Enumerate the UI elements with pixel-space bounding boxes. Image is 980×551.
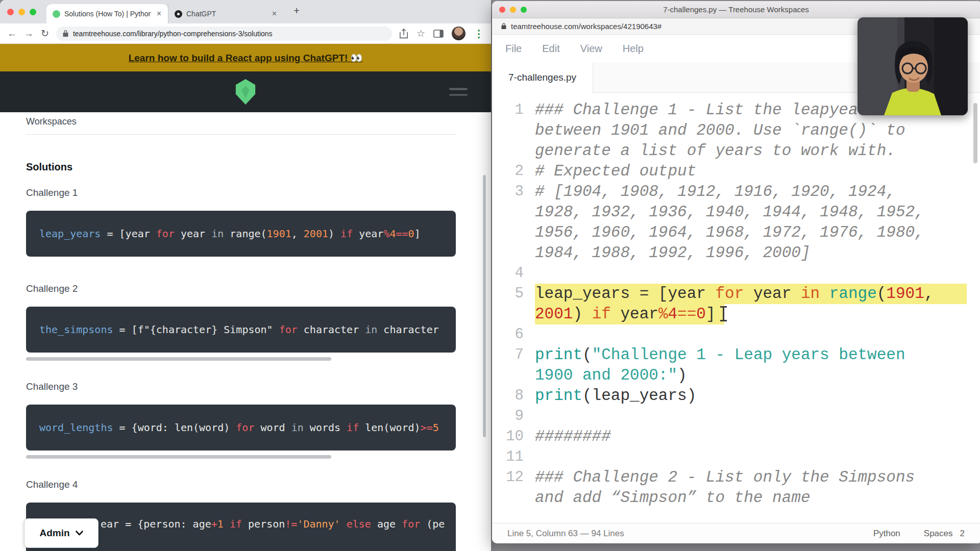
horizontal-scrollbar-thumb[interactable]	[26, 357, 331, 361]
code-editor[interactable]: 1### Challenge 1 - List the leapyearsbet…	[492, 93, 980, 523]
side-panel-icon[interactable]	[433, 30, 444, 38]
editor-row: 7print("Challenge 1 - Leap years between	[492, 345, 980, 365]
challenge-3-label: Challenge 3	[26, 381, 491, 392]
line-number	[492, 202, 524, 222]
text-cursor-icon	[723, 306, 724, 321]
new-tab-button[interactable]: +	[289, 5, 304, 19]
promo-banner-link[interactable]: Learn how to build a React app using Cha…	[129, 52, 363, 64]
line-number: 10	[492, 427, 524, 447]
status-right: Python Spaces 2	[873, 529, 965, 539]
vertical-scrollbar-thumb[interactable]	[483, 175, 486, 437]
file-tab-label: 7-challenges.py	[508, 72, 576, 83]
line-number: 6	[492, 324, 524, 345]
editor-row: 1928, 1932, 1936, 1940, 1944, 1948, 1952…	[492, 202, 980, 222]
page-title: Solutions	[26, 161, 491, 173]
treehouse-logo-icon[interactable]	[234, 79, 257, 105]
editor-row: 1984, 1988, 1992, 1996, 2000]	[492, 243, 980, 263]
reload-icon[interactable]: ↻	[41, 28, 49, 39]
vertical-scrollbar-thumb[interactable]	[973, 103, 977, 163]
line-number	[492, 120, 524, 141]
editor-row: 5leap_years = [year for year in range(19…	[492, 284, 980, 304]
code-line-text	[535, 447, 980, 467]
editor-row: generate a list of years to work with.	[492, 141, 980, 161]
hamburger-menu-icon[interactable]	[449, 84, 468, 100]
menu-view[interactable]: View	[580, 43, 602, 55]
url-text: teamtreehouse.com/library/python-compreh…	[73, 30, 273, 38]
lock-icon	[501, 23, 506, 30]
code-line-text: print("Challenge 1 - Leap years between	[535, 345, 980, 365]
line-number: 1	[492, 100, 524, 120]
chatgpt-favicon-icon	[175, 10, 182, 18]
browser-tab-solutions[interactable]: Solutions (How To) | Python Co ×	[46, 4, 168, 23]
line-number	[492, 243, 524, 263]
editor-row: 10########	[492, 427, 980, 447]
address-bar[interactable]: teamtreehouse.com/library/python-compreh…	[56, 27, 392, 41]
bookmark-star-icon[interactable]: ☆	[416, 28, 425, 39]
editor-lines: 1### Challenge 1 - List the leapyearsbet…	[492, 100, 980, 508]
menu-edit[interactable]: Edit	[542, 43, 559, 55]
code-line-text: and add “Simpson” to the name	[535, 488, 980, 508]
editor-row: 2001) if year%4==0]	[492, 304, 980, 324]
close-tab-icon[interactable]: ×	[271, 9, 278, 18]
editor-row: 1900 and 2000:")	[492, 365, 980, 386]
editor-row: 1956, 1960, 1964, 1968, 1972, 1976, 1980…	[492, 222, 980, 243]
workspaces-label: Workspaces	[26, 116, 491, 127]
close-window-button[interactable]	[7, 9, 14, 15]
browser-menu-icon[interactable]: ⋮	[474, 28, 484, 40]
code-line-text: 2001) if year%4==0]	[535, 304, 724, 324]
code-line-text	[535, 406, 980, 427]
line-number: 8	[492, 386, 524, 406]
editor-row: and add “Simpson” to the name	[492, 488, 980, 508]
file-tab[interactable]: 7-challenges.py	[492, 62, 593, 93]
line-number	[492, 304, 524, 324]
share-icon[interactable]	[399, 29, 408, 39]
line-number: 12	[492, 467, 524, 488]
code-line-text: 1956, 1960, 1964, 1968, 1972, 1976, 1980…	[535, 222, 980, 243]
minimize-window-button[interactable]	[510, 7, 516, 13]
window-title-bar: 7-challenges.py — Treehouse Workspaces	[492, 1, 980, 18]
code-line-text: 1900 and 2000:")	[535, 365, 980, 386]
line-number: 9	[492, 406, 524, 427]
minimize-window-button[interactable]	[18, 9, 25, 15]
challenge-2-label: Challenge 2	[26, 283, 491, 294]
tab-title: ChatGPT	[186, 10, 266, 18]
editor-row: 3# [1904, 1908, 1912, 1916, 1920, 1924,	[492, 182, 980, 202]
menu-help[interactable]: Help	[623, 43, 644, 55]
lock-icon	[63, 30, 68, 37]
code-line-text: ### Challenge 2 - List only the Simpsons	[535, 467, 980, 488]
indent-setting[interactable]: Spaces 2	[924, 529, 965, 539]
editor-row: 11	[492, 447, 980, 467]
menu-file[interactable]: File	[505, 43, 522, 55]
profile-avatar[interactable]	[452, 27, 465, 40]
code-line-text: 1984, 1988, 1992, 1996, 2000]	[535, 243, 980, 263]
zoom-window-button[interactable]	[30, 9, 36, 15]
promo-banner[interactable]: Learn how to build a React app using Cha…	[0, 44, 491, 71]
line-number: 4	[492, 263, 524, 284]
line-number	[492, 222, 524, 243]
zoom-window-button[interactable]	[521, 7, 527, 13]
tab-title: Solutions (How To) | Python Co	[64, 10, 151, 18]
toolbar-icons: ☆ ⋮	[399, 27, 484, 40]
forward-icon[interactable]: →	[24, 28, 34, 39]
window-controls	[7, 9, 36, 15]
divider	[26, 134, 456, 135]
editor-row: 8print(leap_years)	[492, 386, 980, 406]
back-icon[interactable]: ←	[7, 28, 17, 39]
webcam-overlay	[857, 17, 968, 115]
code-line-text	[535, 324, 980, 345]
admin-button[interactable]: Admin	[24, 518, 99, 548]
close-tab-icon[interactable]: ×	[155, 9, 163, 18]
browser-tab-chatgpt[interactable]: ChatGPT ×	[168, 4, 283, 23]
line-number: 5	[492, 284, 524, 304]
editor-row: 2# Expected output	[492, 161, 980, 182]
line-number	[492, 365, 524, 386]
close-window-button[interactable]	[499, 7, 505, 13]
language-mode[interactable]: Python	[873, 529, 900, 539]
editor-status-bar: Line 5, Column 63 — 94 Lines Python Spac…	[492, 523, 980, 543]
code-line-text	[535, 263, 980, 284]
code-line-text: 1928, 1932, 1936, 1940, 1944, 1948, 1952…	[535, 202, 980, 222]
challenge-2-code-block: the_simpsons = [f"{character} Simpson" f…	[26, 307, 456, 353]
code-line-text: # Expected output	[535, 161, 980, 182]
horizontal-scrollbar-thumb[interactable]	[26, 455, 331, 459]
line-number: 3	[492, 182, 524, 202]
